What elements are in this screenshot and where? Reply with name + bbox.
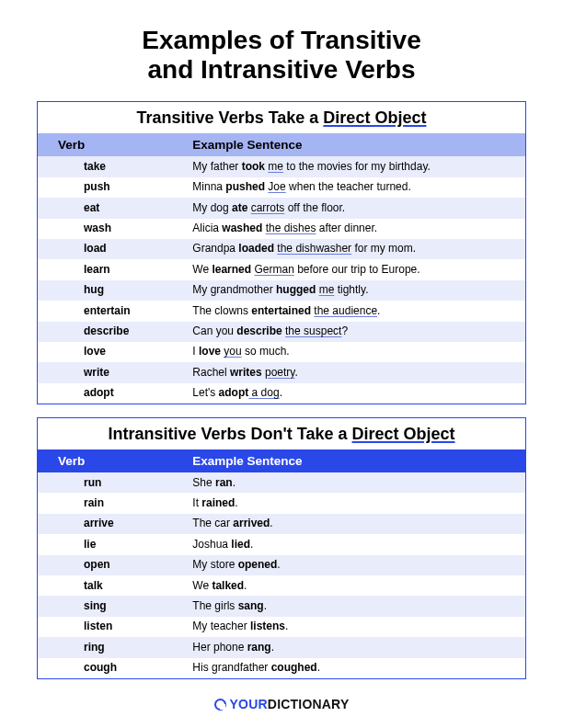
verb-cell: arrive [38,516,189,531]
example-cell: The girls sang. [189,598,525,614]
intransitive-rows: runShe ran.rainIt rained.arriveThe car a… [38,472,525,678]
table-row: pushMinna pushed Joe when the teacher tu… [38,177,525,198]
transitive-rows: takeMy father took me to the movies for … [38,156,525,404]
verb-cell: learn [38,262,189,278]
table-row: runShe ran. [38,472,525,493]
verb-cell: eat [38,200,189,216]
brand-ring-icon [214,699,226,711]
table-row: lieJoshua lied. [38,534,525,554]
transitive-heading: Transitive Verbs Take a Direct Object [38,102,525,133]
example-cell: Alicia washed the dishes after dinner. [189,221,525,236]
title-line-1: Examples of Transitive [142,26,420,54]
example-cell: I love you so much. [189,344,525,359]
example-cell: Her phone rang. [189,640,525,655]
table-row: coughHis grandfather coughed. [38,658,525,678]
verb-cell: describe [38,324,189,339]
table-row: writeRachel writes poetry. [38,362,525,382]
verb-cell: entertain [38,303,189,319]
verb-cell: talk [38,578,189,594]
verb-cell: run [38,475,189,491]
intransitive-heading: Intransitive Verbs Don't Take a Direct O… [38,418,525,449]
verb-cell: wash [38,221,189,236]
transitive-table-header: Verb Example Sentence [38,133,525,156]
intransitive-table-header: Verb Example Sentence [38,449,525,472]
verb-cell: cough [38,660,189,676]
verb-cell: lie [38,537,189,552]
table-row: hugMy grandmother hugged me tightly. [38,280,525,301]
table-row: arriveThe car arrived. [38,514,525,534]
verb-cell: ring [38,640,189,655]
example-cell: Can you describe the suspect? [189,324,525,339]
example-cell: My dog ate carrots off the floor. [189,200,525,216]
table-row: describeCan you describe the suspect? [38,322,525,342]
transitive-panel: Transitive Verbs Take a Direct Object Ve… [37,101,526,404]
example-cell: My father took me to the movies for my b… [189,159,525,175]
example-cell: The clowns entertained the audience. [189,303,525,319]
example-cell: My teacher listens. [189,619,525,634]
verb-cell: sing [38,598,189,614]
title-line-2: and Intransitive Verbs [148,55,416,84]
brand-dictionary: DICTIONARY [268,697,350,711]
table-row: loadGrandpa loaded the dishwasher for my… [38,239,525,259]
verb-cell: push [38,179,189,195]
example-cell: Let's adopt a dog. [189,385,525,401]
verb-cell: rain [38,495,189,511]
col-header-example: Example Sentence [189,138,525,152]
example-cell: My store opened. [189,557,525,573]
verb-cell: adopt [38,385,189,401]
example-cell: She ran. [189,475,525,491]
table-row: openMy store opened. [38,555,525,575]
example-cell: The car arrived. [189,516,525,531]
example-cell: Grandpa loaded the dishwasher for my mom… [189,241,525,256]
example-cell: It rained. [189,495,525,511]
table-row: washAlicia washed the dishes after dinne… [38,219,525,239]
table-row: entertainThe clowns entertained the audi… [38,301,525,321]
col-header-verb: Verb [38,454,189,468]
intransitive-heading-underlined: Direct Object [352,425,455,443]
verb-cell: write [38,365,189,381]
intransitive-panel: Intransitive Verbs Don't Take a Direct O… [37,417,526,679]
brand-footer: YOURDICTIONARY [0,697,563,711]
example-cell: Joshua lied. [189,537,525,552]
example-cell: Rachel writes poetry. [189,365,525,381]
transitive-heading-underlined: Direct Object [323,108,426,127]
table-row: ringHer phone rang. [38,637,525,657]
table-row: talkWe talked. [38,575,525,596]
example-cell: We learned German before our trip to Eur… [189,262,525,278]
col-header-example: Example Sentence [189,454,525,468]
verb-cell: load [38,241,189,256]
verb-cell: open [38,557,189,573]
table-row: takeMy father took me to the movies for … [38,156,525,176]
example-cell: My grandmother hugged me tightly. [189,282,525,298]
table-row: rainIt rained. [38,493,525,513]
example-cell: His grandfather coughed. [189,660,525,676]
transitive-heading-prefix: Transitive Verbs Take a [137,108,324,127]
example-cell: We talked. [189,578,525,594]
page-title: Examples of Transitive and Intransitive … [37,26,526,85]
brand-your: YOUR [230,697,268,711]
intransitive-heading-prefix: Intransitive Verbs Don't Take a [108,425,351,443]
table-row: singThe girls sang. [38,596,525,616]
verb-cell: take [38,159,189,175]
table-row: learnWe learned German before our trip t… [38,259,525,279]
table-row: loveI love you so much. [38,342,525,362]
verb-cell: love [38,344,189,359]
table-row: eatMy dog ate carrots off the floor. [38,198,525,218]
verb-cell: listen [38,619,189,634]
example-cell: Minna pushed Joe when the teacher turned… [189,179,525,195]
table-row: listenMy teacher listens. [38,617,525,637]
verb-cell: hug [38,282,189,298]
table-row: adoptLet's adopt a dog. [38,383,525,404]
col-header-verb: Verb [38,138,189,152]
